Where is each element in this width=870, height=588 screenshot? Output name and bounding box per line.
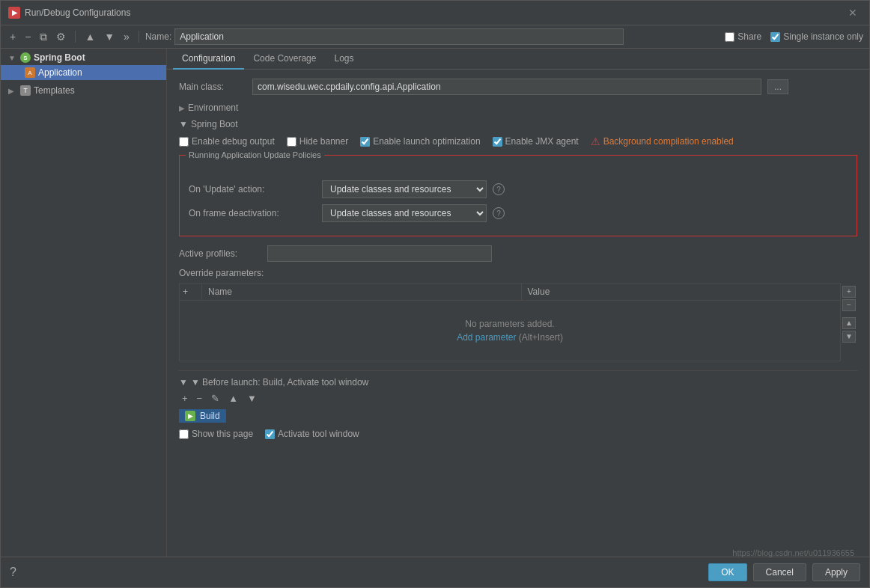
enable-launch-optimization-checkbox[interactable] bbox=[360, 137, 370, 147]
before-launch-label: ▼ Before launch: Build, Activate tool wi… bbox=[191, 377, 368, 388]
update-action-label: On 'Update' action: bbox=[189, 184, 316, 195]
params-remove-button[interactable]: − bbox=[842, 299, 856, 311]
add-row-icon[interactable]: + bbox=[183, 287, 188, 297]
main-class-browse-button[interactable]: ... bbox=[767, 79, 788, 94]
add-param-link[interactable]: Add parameter bbox=[457, 332, 516, 343]
show-this-page-checkbox[interactable] bbox=[179, 429, 189, 439]
add-config-button[interactable]: + bbox=[7, 29, 19, 44]
enable-debug-output-text: Enable debug output bbox=[192, 136, 275, 147]
cancel-button[interactable]: Cancel bbox=[753, 563, 806, 581]
show-this-page-label[interactable]: Show this page bbox=[179, 429, 253, 439]
config-toolbar: + − ⧉ ⚙ ▲ ▼ » Name: Share Single instanc… bbox=[1, 25, 869, 49]
help-button[interactable]: ? bbox=[10, 566, 16, 579]
hide-banner-label[interactable]: Hide banner bbox=[287, 136, 348, 147]
main-class-label: Main class: bbox=[179, 82, 246, 92]
share-checkbox-label[interactable]: Share bbox=[725, 31, 761, 42]
tree-arrow-templates: ▶ bbox=[8, 87, 17, 95]
close-button[interactable]: ✕ bbox=[844, 5, 862, 20]
single-instance-checkbox-label[interactable]: Single instance only bbox=[770, 31, 863, 42]
copy-config-button[interactable]: ⧉ bbox=[37, 29, 50, 45]
env-arrow-icon: ▶ bbox=[179, 104, 185, 112]
apply-button[interactable]: Apply bbox=[812, 563, 860, 581]
override-params-label: Override parameters: bbox=[179, 268, 857, 278]
enable-debug-output-label[interactable]: Enable debug output bbox=[179, 136, 275, 147]
spring-boot-checkboxes: Enable debug output Hide banner Enable l… bbox=[179, 135, 857, 147]
sidebar-templates-label: Templates bbox=[34, 85, 75, 96]
frame-deactivation-label: On frame deactivation: bbox=[189, 208, 316, 218]
frame-deactivation-help-icon[interactable]: ? bbox=[493, 207, 505, 219]
enable-jmx-agent-checkbox[interactable] bbox=[493, 137, 502, 147]
frame-deactivation-select[interactable]: Update classes and resources bbox=[322, 204, 487, 222]
ok-button[interactable]: OK bbox=[708, 563, 746, 581]
activate-tool-window-checkbox[interactable] bbox=[265, 429, 275, 439]
update-action-row: On 'Update' action: Update classes and r… bbox=[189, 180, 848, 198]
sidebar-item-spring-boot[interactable]: ▼ S Spring Boot bbox=[1, 50, 166, 65]
tab-logs[interactable]: Logs bbox=[325, 49, 362, 70]
toolbar-divider bbox=[75, 31, 76, 43]
override-parameters-section: Override parameters: + Name Value bbox=[179, 268, 857, 361]
templates-icon: T bbox=[20, 85, 31, 96]
params-add-button[interactable]: + bbox=[842, 286, 856, 298]
spring-boot-section-label: Spring Boot bbox=[191, 119, 238, 129]
name-right-options: Share Single instance only bbox=[725, 31, 863, 42]
update-action-help-icon[interactable]: ? bbox=[493, 183, 505, 195]
before-launch-toolbar: + − ✎ ▲ ▼ bbox=[179, 392, 857, 405]
spring-boot-icon: S bbox=[20, 52, 31, 63]
settings-button[interactable]: ⚙ bbox=[53, 29, 69, 44]
active-profiles-input[interactable] bbox=[267, 245, 492, 262]
running-app-content: On 'Update' action: Update classes and r… bbox=[189, 180, 848, 222]
before-launch-down-button[interactable]: ▼ bbox=[244, 392, 260, 405]
params-scroll-up-button[interactable]: ▲ bbox=[842, 317, 856, 329]
toolbar-divider-2 bbox=[139, 31, 139, 43]
before-launch-arrow-icon: ▼ bbox=[179, 377, 188, 388]
params-scroll-down-button[interactable]: ▼ bbox=[842, 331, 856, 343]
before-launch-remove-button[interactable]: − bbox=[194, 392, 206, 405]
background-compilation-warning: ⚠ Background compilation enabled bbox=[591, 135, 734, 147]
config-panel: Main class: ... ▶ Environment ▼ Spring B… bbox=[167, 70, 869, 557]
sidebar-spring-boot-label: Spring Boot bbox=[34, 52, 85, 63]
title-bar: ▶ Run/Debug Configurations ✕ bbox=[1, 1, 869, 25]
footer-left: ? bbox=[10, 566, 16, 579]
single-instance-checkbox[interactable] bbox=[770, 32, 780, 42]
move-down-button[interactable]: ▼ bbox=[101, 29, 118, 44]
tab-configuration[interactable]: Configuration bbox=[173, 49, 244, 70]
warning-icon: ⚠ bbox=[591, 135, 600, 147]
environment-header[interactable]: ▶ Environment bbox=[179, 102, 857, 113]
environment-label: Environment bbox=[188, 102, 238, 113]
background-compilation-text: Background compilation enabled bbox=[603, 136, 734, 147]
hide-banner-checkbox[interactable] bbox=[287, 137, 296, 147]
share-checkbox[interactable] bbox=[725, 32, 734, 42]
tab-code-coverage[interactable]: Code Coverage bbox=[244, 49, 325, 70]
activate-tool-window-text: Activate tool window bbox=[278, 429, 359, 439]
activate-tool-window-label[interactable]: Activate tool window bbox=[265, 429, 359, 439]
name-label: Name: bbox=[145, 31, 171, 42]
enable-jmx-agent-text: Enable JMX agent bbox=[505, 136, 579, 147]
before-launch-header[interactable]: ▼ ▼ Before launch: Build, Activate tool … bbox=[179, 377, 857, 388]
active-profiles-row: Active profiles: bbox=[179, 245, 857, 262]
params-value-col: Value bbox=[522, 284, 841, 300]
update-action-select[interactable]: Update classes and resources bbox=[322, 180, 487, 198]
params-table: + Name Value No parameters added. Add pa… bbox=[179, 283, 841, 361]
running-app-title: Running Application Update Policies bbox=[186, 150, 324, 159]
enable-debug-output-checkbox[interactable] bbox=[179, 137, 189, 147]
sidebar-item-application[interactable]: A Application bbox=[1, 65, 166, 80]
enable-jmx-agent-label[interactable]: Enable JMX agent bbox=[493, 136, 579, 147]
before-launch-add-button[interactable]: + bbox=[179, 392, 191, 405]
move-up-button[interactable]: ▲ bbox=[82, 29, 98, 44]
enable-launch-optimization-label[interactable]: Enable launch optimization bbox=[360, 136, 480, 147]
name-input[interactable] bbox=[174, 28, 624, 45]
environment-section: ▶ Environment bbox=[179, 102, 857, 113]
params-name-col: Name bbox=[202, 284, 522, 300]
spring-boot-section-header[interactable]: ▼ Spring Boot bbox=[179, 119, 857, 129]
active-profiles-label: Active profiles: bbox=[179, 248, 261, 259]
title-bar-left: ▶ Run/Debug Configurations bbox=[8, 7, 130, 19]
sidebar-item-templates[interactable]: ▶ T Templates bbox=[1, 83, 166, 98]
enable-launch-optimization-text: Enable launch optimization bbox=[373, 136, 480, 147]
main-class-input[interactable] bbox=[252, 79, 761, 95]
expand-button[interactable]: » bbox=[121, 29, 133, 44]
run-debug-dialog: ▶ Run/Debug Configurations ✕ + − ⧉ ⚙ ▲ ▼… bbox=[0, 0, 870, 588]
remove-config-button[interactable]: − bbox=[22, 29, 34, 44]
add-param-hint: (Alt+Insert) bbox=[519, 332, 563, 343]
before-launch-up-button[interactable]: ▲ bbox=[225, 392, 241, 405]
before-launch-edit-button[interactable]: ✎ bbox=[208, 392, 222, 405]
